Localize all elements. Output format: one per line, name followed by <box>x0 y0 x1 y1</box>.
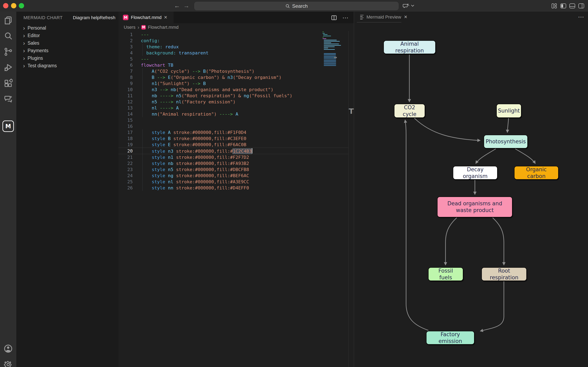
code-line-15[interactable]: 15 <box>118 117 348 123</box>
diagram-help-button[interactable]: Diagram help <box>73 15 100 20</box>
toggle-panel-icon[interactable] <box>569 3 575 8</box>
forward-arrow-icon[interactable]: → <box>183 2 190 9</box>
breadcrumb-file[interactable]: Flowchart.mmd <box>148 25 178 30</box>
code-line-12[interactable]: 12 n5 ----> nl("Factory emission") <box>118 99 348 105</box>
code-line-24[interactable]: 24 style ng stroke:#000000,fill:#BEF6AC <box>118 173 348 179</box>
flowchart-diagram: Animal respirationCO2 cycleSunlightPhoto… <box>354 12 588 367</box>
toggle-secondary-sidebar-icon[interactable] <box>578 3 584 8</box>
mermaid-chart-icon[interactable]: M <box>2 120 15 133</box>
search-panel-icon[interactable] <box>2 30 15 43</box>
minimap-line <box>324 53 336 54</box>
code-line-16[interactable]: 16 <box>118 123 348 129</box>
run-debug-icon[interactable] <box>2 61 15 74</box>
code-text: nn("Animal respiration") ----> A <box>141 111 238 117</box>
code-line-1[interactable]: 1--- <box>118 31 348 38</box>
code-line-19[interactable]: 19 style E stroke:#000000,fill:#F6AC0B <box>118 142 348 148</box>
code-line-22[interactable]: 22 style nb stroke:#000000,fill:#FA93B2 <box>118 160 348 166</box>
refresh-button[interactable]: Refresh <box>100 15 115 20</box>
indent-guide <box>142 50 143 56</box>
code-line-7[interactable]: 7 A("CO2 cycle") --> B("Photosynthesis") <box>118 68 348 74</box>
search-icon <box>285 4 290 8</box>
window-minimize-button[interactable] <box>11 3 16 8</box>
extensions-icon[interactable] <box>2 77 15 90</box>
code-line-3[interactable]: 3 theme: redux <box>118 44 348 50</box>
code-line-21[interactable]: 21 style n1 stroke:#000000,fill:#F2F7D2 <box>118 154 348 160</box>
mermaid-chart-panel: MERMAID CHART Diagram help Refresh ›Pers… <box>16 12 118 367</box>
breadcrumb-root[interactable]: Users <box>124 25 135 30</box>
code-line-13[interactable]: 13 nl ----> A <box>118 105 348 111</box>
indent-guide <box>142 44 143 50</box>
code-line-5[interactable]: 5--- <box>118 56 348 62</box>
sidebar-item-test-diagrams[interactable]: ›Test diagrams <box>16 62 118 69</box>
indent-guide <box>142 154 143 160</box>
code-text: --- <box>141 57 149 62</box>
window-zoom-button[interactable] <box>19 3 24 8</box>
minimap-line <box>323 36 331 36</box>
copilot-dropdown-chevron-icon[interactable] <box>410 4 415 7</box>
back-arrow-icon[interactable]: ← <box>174 2 180 9</box>
indent-guide <box>142 92 143 99</box>
split-editor-icon[interactable] <box>331 15 337 21</box>
tab-label: Flowchart.mmd <box>131 15 162 20</box>
settings-gear-icon[interactable] <box>2 358 15 367</box>
tab-close-icon[interactable]: × <box>164 15 167 20</box>
customize-layout-icon[interactable] <box>551 3 557 8</box>
search-input[interactable]: Search <box>194 2 398 10</box>
toggle-primary-sidebar-icon[interactable] <box>560 3 566 8</box>
sidebar-item-personal[interactable]: ›Personal <box>16 24 118 32</box>
minimap-line <box>324 65 336 66</box>
code-text: background: transparent <box>141 50 208 55</box>
code-line-8[interactable]: 8 B --> E("Organic carbon") & n3("Decay … <box>118 74 348 80</box>
flowchart-node-ng: Fossil fuels <box>428 267 463 281</box>
chat-icon[interactable] <box>2 92 15 105</box>
code-line-17[interactable]: 17 style A stroke:#000000,fill:#F1F0D4 <box>118 129 348 135</box>
scrollbar-t-handle[interactable]: T <box>349 107 354 115</box>
editor-tab-bar: M Flowchart.mmd × ⋯ <box>118 12 354 23</box>
code-line-20[interactable]: 20 style n3 stroke:#000000,fill:#1C2C4B3 <box>118 148 348 154</box>
code-line-11[interactable]: 11 nb ----> n5("Root respiration") & ng(… <box>118 92 348 99</box>
code-text: n5 ----> nl("Factory emission") <box>141 99 236 104</box>
flowchart-node-A: CO2 cycle <box>394 104 425 118</box>
code-editor[interactable]: 1---2config:3 theme: redux4 background: … <box>118 31 348 191</box>
line-number: 25 <box>118 179 136 184</box>
flowchart-node-n3: Decay organism <box>453 166 498 180</box>
code-line-26[interactable]: 26 style nn stroke:#000000,fill:#D4EFF0 <box>118 185 348 191</box>
indent-guide <box>142 111 143 117</box>
flowchart-node-E: Organic carbon <box>514 166 559 180</box>
flowchart-node-nn: Animal respiration <box>383 40 436 54</box>
sidebar-item-payments[interactable]: ›Payments <box>16 47 118 54</box>
code-line-4[interactable]: 4 background: transparent <box>118 50 348 56</box>
minimap-line <box>324 48 328 48</box>
explorer-icon[interactable] <box>2 14 15 27</box>
line-number: 23 <box>118 167 136 172</box>
code-line-25[interactable]: 25 style nl stroke:#000000,fill:#A3E9CC <box>118 179 348 185</box>
source-control-icon[interactable] <box>2 45 15 58</box>
copilot-chat-icon[interactable] <box>403 3 410 9</box>
line-number: 2 <box>118 38 136 43</box>
minimap[interactable] <box>323 32 347 68</box>
sidebar-item-plugins[interactable]: ›Plugins <box>16 54 118 62</box>
code-line-18[interactable]: 18 style B stroke:#000000,fill:#C3EFE0 <box>118 135 348 142</box>
code-line-14[interactable]: 14 nn("Animal respiration") ----> A <box>118 111 348 117</box>
mermaid-file-icon: M <box>123 15 129 20</box>
indent-guide <box>142 179 143 185</box>
code-line-10[interactable]: 10 n3 --> nb("Dead organisms and waste p… <box>118 86 348 92</box>
code-line-2[interactable]: 2config: <box>118 38 348 44</box>
indent-guide <box>142 185 143 191</box>
line-number: 15 <box>118 118 136 123</box>
editor-more-actions-icon[interactable]: ⋯ <box>342 14 349 21</box>
sidebar-item-editor[interactable]: ›Editor <box>16 32 118 39</box>
sidebar-item-sales[interactable]: ›Sales <box>16 39 118 47</box>
minimap-line <box>324 49 335 50</box>
code-line-9[interactable]: 9 n1("Sunlight") --> B <box>118 80 348 86</box>
window-close-button[interactable] <box>3 3 8 8</box>
tree-item-label: Plugins <box>27 55 43 61</box>
tab-flowchart-mmd[interactable]: M Flowchart.mmd × <box>118 12 173 23</box>
account-icon[interactable] <box>2 342 15 355</box>
indent-guide <box>142 129 143 135</box>
code-line-6[interactable]: 6flowchart TB <box>118 62 348 68</box>
line-number: 6 <box>118 63 136 68</box>
code-line-23[interactable]: 23 style n5 stroke:#000000,fill:#DBCFB8 <box>118 166 348 173</box>
breadcrumb: Users › M Flowchart.mmd <box>118 23 354 31</box>
indent-guide <box>142 148 143 154</box>
